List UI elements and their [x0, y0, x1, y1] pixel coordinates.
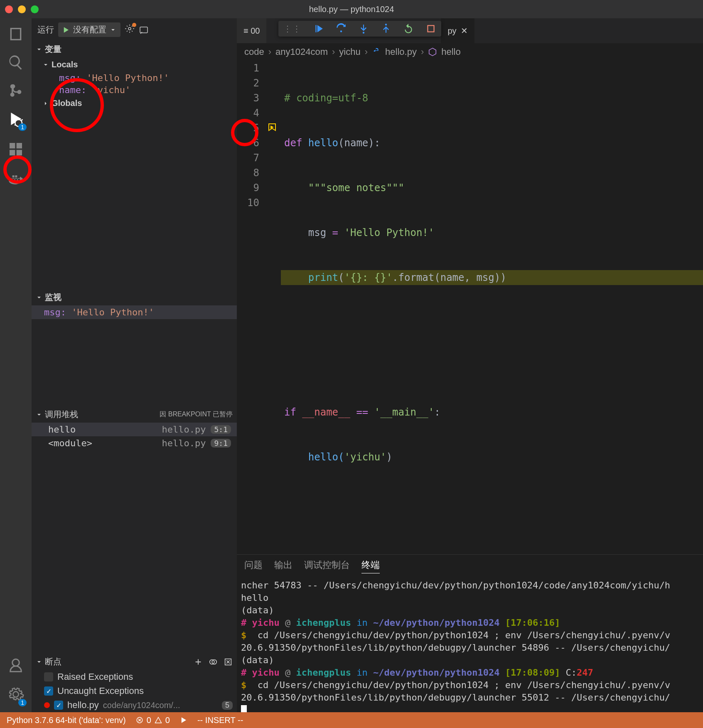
- play-icon: [62, 26, 70, 34]
- scope-locals[interactable]: Locals: [32, 57, 237, 72]
- code-content[interactable]: # coding=utf-8 def hello(name): """some …: [281, 61, 703, 554]
- editor-area: ≡ 00 ⋮⋮ py ✕ code› any1024com› yichu› he…: [237, 18, 703, 712]
- debug-console-icon[interactable]: [139, 25, 149, 35]
- remove-all-icon[interactable]: [224, 657, 233, 667]
- add-icon[interactable]: [194, 657, 203, 667]
- step-over-icon[interactable]: [336, 23, 347, 34]
- debug-badge: 1: [18, 123, 27, 131]
- run-debug-wrap[interactable]: 1: [7, 111, 24, 129]
- bottom-panel: 问题 输出 调试控制台 终端 ncher 54783 -- /Users/che…: [237, 554, 703, 712]
- debug-sidebar: 运行 没有配置 变量 Locals msg: 'Hello Python!' n…: [32, 18, 237, 712]
- zoom-window[interactable]: [31, 5, 39, 13]
- glyph-margin: [266, 61, 281, 554]
- close-icon[interactable]: ✕: [461, 26, 468, 36]
- toggle-all-icon[interactable]: [209, 657, 218, 667]
- continue-icon[interactable]: [313, 23, 324, 34]
- explorer-icon[interactable]: [7, 26, 24, 42]
- debug-settings-icon[interactable]: [125, 24, 135, 36]
- step-into-icon[interactable]: [358, 23, 369, 34]
- bp-raised[interactable]: Raised Exceptions: [32, 670, 237, 684]
- warning-icon: [155, 716, 162, 724]
- breakpoint-dot-icon: [44, 702, 50, 708]
- bp-uncaught[interactable]: ✓ Uncaught Exceptions: [32, 684, 237, 698]
- var-msg[interactable]: msg: 'Hello Python!': [32, 72, 237, 84]
- stop-icon[interactable]: [425, 23, 436, 34]
- chevron-right-icon: [42, 100, 49, 107]
- debug-floating-toolbar[interactable]: ⋮⋮: [278, 21, 441, 37]
- account-icon[interactable]: [7, 658, 24, 674]
- extensions-icon[interactable]: [7, 141, 24, 157]
- tab-debugconsole[interactable]: 调试控制台: [304, 559, 350, 573]
- source-control-icon[interactable]: [7, 82, 24, 99]
- status-mode: -- INSERT --: [197, 716, 243, 725]
- run-label: 运行: [37, 24, 54, 35]
- status-bar: Python 3.7.6 64-bit ('data': venv) 0 0 -…: [0, 712, 703, 728]
- callstack-frame[interactable]: <module> hello.py 9:1: [32, 436, 237, 450]
- tab-terminal[interactable]: 终端: [361, 559, 380, 573]
- svg-point-1: [128, 27, 131, 30]
- section-callstack[interactable]: 调用堆栈 因 BREAKPOINT 已暂停: [32, 406, 237, 423]
- editor-tab-hello[interactable]: py ✕: [441, 18, 474, 43]
- restart-icon[interactable]: [403, 23, 414, 34]
- window-title: hello.py — python1024: [309, 5, 394, 14]
- section-watch[interactable]: 监视: [32, 289, 237, 305]
- checkbox[interactable]: ✓: [54, 701, 63, 710]
- svg-point-6: [340, 30, 342, 32]
- close-window[interactable]: [5, 5, 13, 13]
- settings-wrap[interactable]: 1: [7, 686, 24, 705]
- tab-bar: ≡ 00 ⋮⋮ py ✕: [237, 18, 703, 43]
- svg-point-8: [385, 24, 387, 25]
- chevron-down-icon: [36, 411, 42, 418]
- svg-rect-2: [140, 27, 147, 33]
- bp-actions: [194, 657, 233, 667]
- activity-bar: 1 1: [0, 18, 32, 712]
- code-editor[interactable]: 123 456 789 10 # coding=utf-8 def hello(…: [237, 61, 703, 554]
- symbol-icon: [428, 47, 437, 57]
- terminal-cursor: [241, 705, 247, 712]
- traffic-lights: [5, 5, 39, 13]
- debug-toolbar: 运行 没有配置: [32, 18, 237, 41]
- tab-problems[interactable]: 问题: [244, 559, 263, 573]
- terminal[interactable]: ncher 54783 -- /Users/chengyichu/dev/pyt…: [237, 578, 703, 712]
- run-config-name: 没有配置: [73, 24, 106, 35]
- svg-point-7: [363, 32, 364, 34]
- scope-globals[interactable]: Globals: [32, 96, 237, 111]
- settings-badge: 1: [18, 699, 27, 706]
- run-config-select[interactable]: 没有配置: [58, 22, 120, 37]
- chevron-down-icon: [110, 27, 116, 33]
- docker-icon[interactable]: [7, 169, 24, 186]
- section-breakpoints[interactable]: 断点: [32, 654, 237, 670]
- chevron-down-icon: [36, 659, 42, 665]
- current-line-icon: [268, 122, 278, 132]
- section-variables[interactable]: 变量: [32, 41, 237, 57]
- callstack-frame[interactable]: hello hello.py 5:1: [32, 423, 237, 436]
- status-errors[interactable]: 0 0: [136, 716, 170, 725]
- svg-rect-9: [428, 25, 434, 32]
- status-python[interactable]: Python 3.7.6 64-bit ('data': venv): [7, 716, 126, 725]
- python-file-icon: [372, 47, 381, 57]
- panel-tabs: 问题 输出 调试控制台 终端: [237, 555, 703, 578]
- chevron-down-icon: [36, 294, 42, 301]
- minimize-window[interactable]: [18, 5, 26, 13]
- error-icon: [136, 716, 143, 724]
- watch-msg[interactable]: msg: 'Hello Python!': [32, 305, 237, 319]
- bp-file[interactable]: ✓ hello.py code/any1024com/... 5: [32, 698, 237, 712]
- play-icon[interactable]: [180, 716, 187, 724]
- breadcrumbs[interactable]: code› any1024com› yichu› hello.py› hello: [237, 43, 703, 61]
- chevron-down-icon: [42, 61, 49, 68]
- line-gutter: 123 456 789 10: [237, 61, 266, 554]
- editor-tab-hint[interactable]: ≡ 00: [237, 18, 266, 43]
- var-name[interactable]: name: 'yichu': [32, 84, 237, 96]
- search-icon[interactable]: [7, 54, 24, 71]
- grip-icon[interactable]: ⋮⋮: [283, 24, 302, 34]
- checkbox[interactable]: [44, 672, 53, 681]
- chevron-down-icon: [36, 46, 42, 53]
- paused-reason: 因 BREAKPOINT 已暂停: [160, 410, 233, 419]
- checkbox[interactable]: ✓: [44, 686, 53, 696]
- tab-output[interactable]: 输出: [274, 559, 293, 573]
- step-out-icon[interactable]: [381, 23, 391, 34]
- titlebar: hello.py — python1024: [0, 0, 703, 18]
